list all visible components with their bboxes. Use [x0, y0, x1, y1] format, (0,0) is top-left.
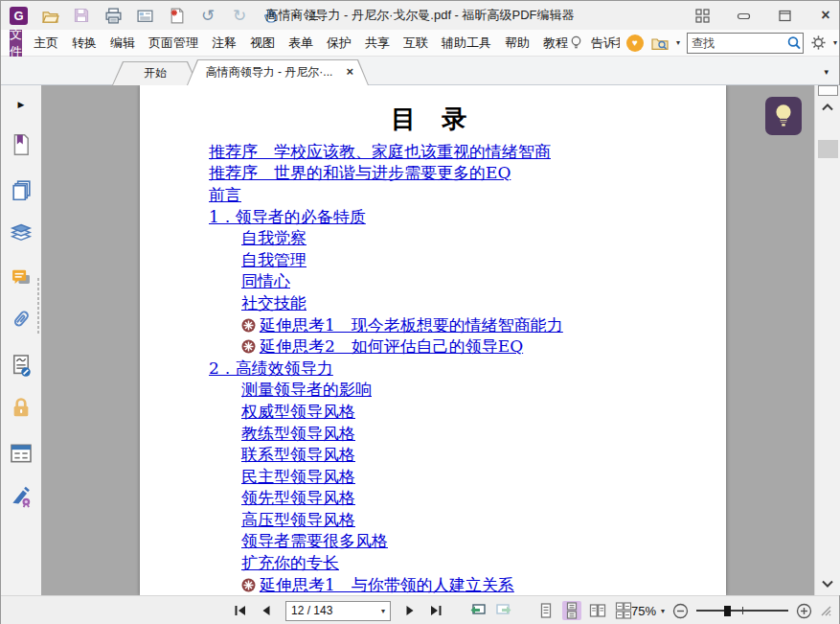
- close-button[interactable]: ×: [818, 8, 833, 23]
- toc-link[interactable]: 权威型领导风格: [241, 401, 355, 423]
- toc-link[interactable]: 自我管理: [241, 249, 306, 271]
- hand-tool-button[interactable]: [261, 6, 281, 25]
- toc-link[interactable]: 自我觉察: [241, 227, 306, 249]
- previous-page-button[interactable]: [257, 601, 276, 620]
- zoom-out-button[interactable]: [672, 603, 689, 619]
- next-view-button[interactable]: [494, 601, 513, 620]
- menu-item-file[interactable]: 文件: [10, 30, 22, 57]
- toc-link[interactable]: 测量领导者的影响: [241, 379, 372, 401]
- form-fields-icon: [10, 443, 33, 464]
- favorites-button[interactable]: ♥: [626, 35, 644, 52]
- continuous-page-button[interactable]: [562, 601, 581, 620]
- maximize-button[interactable]: [777, 8, 792, 23]
- vertical-scrollbar[interactable]: [814, 85, 840, 595]
- new-document-button[interactable]: [167, 6, 186, 25]
- scrollbar-split-handle[interactable]: [818, 85, 838, 96]
- fullscreen-toggle-button[interactable]: [694, 8, 710, 23]
- page-number-input[interactable]: 12 / 143 ▾: [285, 601, 391, 621]
- scroll-down-button[interactable]: [820, 575, 835, 592]
- panel-splitter-handle[interactable]: [36, 277, 40, 335]
- toc-link[interactable]: 扩充你的专长: [241, 552, 339, 574]
- scrollbar-thumb[interactable]: [818, 140, 838, 158]
- first-page-button[interactable]: [231, 601, 250, 620]
- tab-list-dropdown-icon[interactable]: ▾: [824, 67, 829, 77]
- toc-link[interactable]: 社交技能: [241, 292, 306, 314]
- sidebar-item-fields[interactable]: [10, 442, 33, 465]
- gear-icon[interactable]: [810, 35, 827, 51]
- tell-me-label[interactable]: 告诉我: [591, 35, 620, 52]
- zoom-slider[interactable]: [696, 604, 788, 617]
- zoom-slider-handle[interactable]: [724, 606, 731, 616]
- undo-button[interactable]: ↺: [198, 6, 217, 25]
- tab-close-icon[interactable]: ×: [346, 65, 353, 79]
- menu-item-convert[interactable]: 转换: [72, 35, 97, 52]
- customize-toolbar-button[interactable]: ▾: [309, 11, 318, 20]
- menu-item-help[interactable]: 帮助: [505, 35, 530, 52]
- app-logo-icon[interactable]: G: [10, 7, 28, 25]
- sidebar-item-layers[interactable]: [10, 221, 33, 244]
- toc-link[interactable]: 同情心: [241, 270, 290, 292]
- toc-link[interactable]: 联系型领导风格: [241, 444, 355, 466]
- sidebar-item-comments[interactable]: [10, 266, 33, 289]
- chevron-down-icon[interactable]: ▾: [833, 38, 837, 47]
- open-file-button[interactable]: [40, 6, 59, 25]
- chevron-down-icon[interactable]: ▾: [676, 38, 680, 47]
- facing-page-button[interactable]: [588, 601, 607, 620]
- minimize-button[interactable]: [736, 8, 751, 23]
- menu-item-edit[interactable]: 编辑: [110, 35, 135, 52]
- single-page-button[interactable]: [536, 601, 556, 620]
- toc-link[interactable]: 延伸思考1 现今老板想要的情绪智商能力: [260, 314, 563, 336]
- toc-link[interactable]: 高压型领导风格: [241, 509, 355, 531]
- menu-item-connect[interactable]: 互联: [403, 35, 428, 52]
- find-input[interactable]: [688, 36, 785, 50]
- zoom-level-dropdown[interactable]: 75% ▾: [631, 604, 665, 618]
- toc-link[interactable]: 2．高绩效领导力: [209, 358, 333, 380]
- toc-link[interactable]: 前言: [209, 184, 241, 206]
- tab-start[interactable]: 开始: [112, 61, 198, 85]
- last-page-button[interactable]: [426, 601, 445, 620]
- menu-item-comment[interactable]: 注释: [212, 35, 237, 52]
- sidebar-expand-button[interactable]: ▶: [10, 93, 33, 116]
- resize-grip[interactable]: [820, 605, 832, 617]
- sidebar-item-attachments[interactable]: [10, 308, 33, 331]
- scroll-up-button[interactable]: [820, 99, 835, 116]
- tab-document[interactable]: 高情商领导力 - 丹尼尔·... ×: [187, 59, 369, 85]
- lightbulb-icon[interactable]: [568, 35, 584, 51]
- menu-item-accessibility[interactable]: 辅助工具: [442, 35, 491, 52]
- search-folder-icon[interactable]: [650, 35, 670, 52]
- sidebar-item-bookmarks[interactable]: [10, 133, 33, 156]
- sidebar-item-signature[interactable]: [10, 484, 33, 507]
- menu-item-view[interactable]: 视图: [250, 35, 275, 52]
- search-icon[interactable]: [785, 35, 803, 52]
- toc-link[interactable]: 推荐序 学校应该教、家庭也该重视的情绪智商: [209, 141, 551, 163]
- previous-view-button[interactable]: [468, 601, 488, 620]
- redo-button[interactable]: ↻: [230, 6, 249, 25]
- toc-link[interactable]: 教练型领导风格: [241, 423, 355, 445]
- next-page-button[interactable]: [400, 601, 420, 620]
- menu-item-protect[interactable]: 保护: [327, 35, 352, 52]
- toc-link[interactable]: 延伸思考2 如何评估自己的领导EQ: [260, 335, 523, 358]
- toc-link[interactable]: 推荐序 世界的和谐与进步需要更多的EQ: [209, 162, 511, 184]
- save-button[interactable]: [72, 6, 91, 25]
- close-icon: ×: [821, 7, 829, 24]
- toc-link[interactable]: 领导者需要很多风格: [241, 530, 388, 552]
- menu-item-form[interactable]: 表单: [288, 35, 313, 52]
- print-button[interactable]: [103, 6, 123, 25]
- menu-item-share[interactable]: 共享: [365, 35, 390, 52]
- toc-link[interactable]: 领先型领导风格: [241, 487, 355, 509]
- toc-link[interactable]: 延伸思考1 与你带领的人建立关系: [260, 574, 514, 595]
- menu-item-tutorial[interactable]: 教程: [543, 35, 568, 52]
- sign-pen-icon: [10, 484, 33, 508]
- menu-item-home[interactable]: 主页: [34, 35, 58, 52]
- menu-item-page-management[interactable]: 页面管理: [148, 35, 198, 52]
- sidebar-item-security[interactable]: [10, 396, 33, 419]
- email-button[interactable]: [135, 6, 154, 25]
- toc-link[interactable]: 1．领导者的必备特质: [209, 206, 366, 228]
- sidebar-item-digital-signatures[interactable]: [10, 354, 33, 377]
- toc-link[interactable]: 民主型领导风格: [241, 466, 355, 488]
- quick-access-toolbar: G ↺ ↻ ▾ ▾: [1, 6, 318, 25]
- assistant-button[interactable]: [765, 97, 802, 135]
- sidebar-item-pages[interactable]: [10, 177, 33, 200]
- zoom-in-button[interactable]: [796, 603, 812, 619]
- hand-tool-dropdown-icon[interactable]: ▾: [293, 12, 297, 20]
